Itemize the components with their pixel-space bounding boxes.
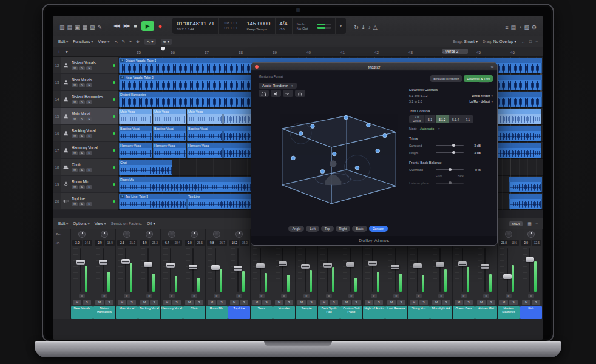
track-solo-button[interactable]: S <box>79 100 85 104</box>
channel-name[interactable]: Tenor <box>251 306 273 319</box>
solo-button[interactable]: S <box>150 300 158 305</box>
track-row[interactable]: 15Main VocalMSR <box>53 108 118 125</box>
speaker-object-dot[interactable] <box>376 149 380 153</box>
fader-cap[interactable] <box>211 265 220 270</box>
downmix-value[interactable]: Lo/Ro - default <box>469 99 490 103</box>
menu-view[interactable]: View ▾ <box>98 39 110 44</box>
volume-value[interactable]: -2.9 <box>95 240 104 246</box>
record-enable-button[interactable]: R <box>259 294 265 298</box>
volume-value[interactable]: 0.0 <box>521 240 531 246</box>
input-monitor-dot[interactable] <box>113 183 115 186</box>
more-icon[interactable]: ≡ <box>535 39 538 44</box>
close-icon[interactable] <box>255 65 259 69</box>
track-row[interactable]: 17Harmony VocalMSR <box>53 142 118 159</box>
h-zoom-icon[interactable]: ↔ <box>521 39 526 44</box>
input-monitor-dot[interactable] <box>113 132 115 135</box>
fader-cap[interactable] <box>234 266 242 271</box>
fader[interactable] <box>251 246 273 294</box>
channel-name[interactable]: Custom Soft Piano <box>340 306 362 319</box>
fader[interactable] <box>498 246 520 294</box>
tuner-icon[interactable]: ♪ <box>367 23 372 32</box>
fader[interactable] <box>138 246 160 294</box>
quick-help-icon[interactable]: ▣ <box>73 23 81 32</box>
forward-button[interactable]: ▶▶ <box>124 23 130 29</box>
fader-cap[interactable] <box>391 265 399 269</box>
record-enable-button[interactable]: R <box>101 294 107 298</box>
solo-button[interactable]: S <box>195 300 203 305</box>
track-mute-button[interactable]: M <box>72 151 78 155</box>
solo-button[interactable]: S <box>487 300 495 305</box>
midi-button[interactable]: MIDI <box>509 221 523 226</box>
channel-strip[interactable]: -2.6-21.9RMSMain Vocal <box>116 229 138 319</box>
track-solo-button[interactable]: S <box>79 168 85 172</box>
media-browser-icon[interactable]: ▨ <box>523 23 530 32</box>
fader-cap[interactable] <box>368 261 377 266</box>
track-mute-button[interactable]: M <box>72 117 78 121</box>
view-button-back[interactable]: Back <box>352 226 367 232</box>
track-row[interactable]: 14Distant HarmoniesMSR <box>53 91 118 108</box>
region[interactable]: Room Mic <box>119 177 255 192</box>
fader[interactable] <box>161 246 183 294</box>
record-enable-button[interactable]: R <box>438 294 444 298</box>
track-row[interactable]: 12Distant VocalsMSR <box>53 57 118 74</box>
fader[interactable] <box>453 246 475 294</box>
track-record-button[interactable]: R <box>86 202 92 206</box>
left-click-tool[interactable]: ↖ ▾ <box>144 39 156 45</box>
fader-cap[interactable] <box>503 274 512 279</box>
library-icon[interactable]: ▥ <box>58 23 66 32</box>
channel-name[interactable]: String Vox <box>408 306 430 319</box>
fader-cap[interactable] <box>458 261 467 266</box>
fader[interactable] <box>93 246 115 294</box>
tab-binaural-renderer[interactable]: Binaural Renderer <box>430 75 462 82</box>
mute-button[interactable]: M <box>73 300 81 305</box>
solo-button[interactable]: S <box>374 300 383 305</box>
view-button-angle[interactable]: Angle <box>288 226 304 232</box>
channel-name[interactable]: Main Vocal <box>116 306 138 319</box>
fader-cap[interactable] <box>189 265 197 269</box>
record-enable-button[interactable]: R <box>371 294 377 298</box>
pan-knob[interactable] <box>505 231 512 238</box>
region[interactable] <box>509 177 542 192</box>
mute-button[interactable]: M <box>252 300 261 305</box>
slider-thumb[interactable] <box>449 168 452 171</box>
mute-button[interactable]: M <box>477 300 486 305</box>
slider-thumb[interactable] <box>449 181 452 184</box>
fader[interactable] <box>408 246 430 294</box>
track-record-button[interactable]: R <box>86 151 92 155</box>
fader-cap[interactable] <box>99 260 107 265</box>
channel-name[interactable]: Night of Audio <box>363 306 385 319</box>
track-row[interactable]: 20TopLineMSR <box>53 193 118 210</box>
mixer-icon[interactable]: ▧ <box>89 23 97 32</box>
channel-name[interactable]: Moonlight Ark <box>430 306 452 319</box>
mute-button[interactable]: M <box>163 300 171 305</box>
volume-value[interactable]: -2.6 <box>117 240 127 246</box>
fader-cap[interactable] <box>256 263 265 268</box>
speaker-object-dot[interactable] <box>332 152 336 156</box>
channel-name[interactable]: Room Mic <box>206 306 228 319</box>
fader[interactable] <box>520 246 542 294</box>
mixer-menu-view[interactable]: View ▾ <box>95 221 106 226</box>
mute-button[interactable]: M <box>275 300 283 305</box>
scissors-tool-icon[interactable]: ✂ <box>129 39 132 44</box>
trim-segment[interactable]: 5.1 <box>425 115 436 123</box>
mute-button[interactable]: M <box>185 300 194 305</box>
record-enable-button[interactable]: R <box>461 294 467 298</box>
solo-button[interactable]: S <box>532 300 540 305</box>
command-click-tool[interactable]: ⊕ ▾ <box>161 39 172 45</box>
channel-name[interactable]: Backing Vocal <box>138 306 160 319</box>
region[interactable]: Harmony Vocal <box>153 143 186 158</box>
channel-strip[interactable]: -9.8-26.7RMSRoom Mic <box>206 229 228 319</box>
mute-button[interactable]: M <box>455 300 463 305</box>
input-monitor-dot[interactable] <box>113 149 115 152</box>
region[interactable]: Choir <box>119 160 172 175</box>
solo-button[interactable]: S <box>352 300 361 305</box>
lcd-tempo[interactable]: 145.0000 Keep Tempo <box>242 18 275 34</box>
trim-segment[interactable]: 5.1.2 <box>436 115 449 123</box>
speaker-object-dot[interactable] <box>299 131 303 135</box>
fader-cap[interactable] <box>323 263 332 268</box>
playhead[interactable] <box>163 47 163 210</box>
volume-value[interactable]: -9.0 <box>185 240 194 246</box>
mute-button[interactable]: M <box>410 300 418 305</box>
track-record-button[interactable]: R <box>86 100 92 104</box>
track-record-button[interactable]: R <box>86 134 92 138</box>
